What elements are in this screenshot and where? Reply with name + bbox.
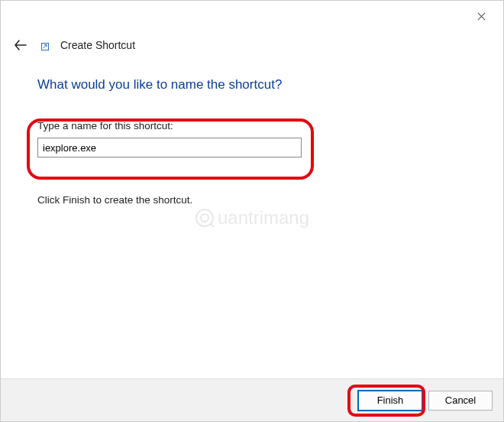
footer: Finish Cancel [1,378,503,421]
page-heading: What would you like to name the shortcut… [37,77,467,93]
content-area: What would you like to name the shortcut… [37,77,467,206]
header: Create Shortcut [13,37,135,53]
shortcut-name-input[interactable] [37,138,302,157]
window-title: Create Shortcut [60,39,135,51]
svg-point-2 [201,214,208,222]
close-button[interactable] [470,7,493,25]
shortcut-icon [40,42,50,51]
hint-text: Click Finish to create the shortcut. [37,194,467,206]
back-button[interactable] [13,37,28,53]
watermark: uantrimang [195,207,309,229]
cancel-button[interactable]: Cancel [428,391,493,411]
name-label: Type a name for this shortcut: [37,120,467,131]
back-arrow-icon [15,40,27,50]
close-icon [477,12,486,21]
svg-point-1 [196,209,213,226]
watermark-text: uantrimang [218,207,309,229]
finish-button[interactable]: Finish [358,391,422,411]
watermark-icon [195,208,215,228]
svg-line-3 [211,224,214,227]
